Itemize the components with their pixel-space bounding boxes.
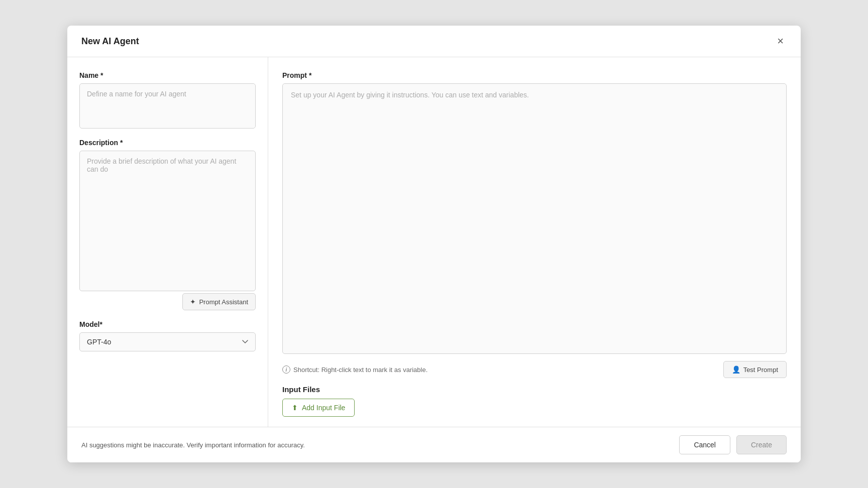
test-prompt-label: Test Prompt bbox=[743, 366, 778, 374]
description-input[interactable] bbox=[79, 151, 256, 291]
left-panel: Name * Description * ✦ Prompt Assistant … bbox=[67, 57, 268, 427]
footer-actions: Cancel Create bbox=[679, 435, 787, 454]
test-prompt-button[interactable]: 👤 Test Prompt bbox=[723, 361, 787, 378]
prompt-label: Prompt * bbox=[282, 71, 787, 79]
hint-text: Shortcut: Right-click text to mark it as… bbox=[293, 366, 427, 374]
right-panel: Prompt * i Shortcut: Right-click text to… bbox=[268, 57, 801, 427]
person-icon: 👤 bbox=[732, 365, 740, 374]
model-select[interactable]: GPT-4o GPT-4 GPT-3.5 Claude 3 bbox=[79, 332, 256, 351]
modal-footer: AI suggestions might be inaccurate. Veri… bbox=[67, 427, 801, 462]
close-button[interactable]: × bbox=[774, 35, 787, 48]
prompt-assistant-label: Prompt Assistant bbox=[199, 298, 248, 306]
modal-title: New AI Agent bbox=[81, 36, 139, 47]
input-files-label: Input Files bbox=[282, 385, 787, 394]
model-field-group: Model* GPT-4o GPT-4 GPT-3.5 Claude 3 bbox=[79, 320, 256, 351]
prompt-field-group: Prompt * bbox=[282, 71, 787, 354]
name-label: Name * bbox=[79, 71, 256, 79]
description-field-group: Description * ✦ Prompt Assistant bbox=[79, 139, 256, 310]
model-label: Model* bbox=[79, 320, 256, 328]
upload-icon: ⬆ bbox=[292, 404, 298, 412]
description-label: Description * bbox=[79, 139, 256, 147]
prompt-assistant-button[interactable]: ✦ Prompt Assistant bbox=[182, 293, 256, 310]
prompt-hint-row: i Shortcut: Right-click text to mark it … bbox=[282, 361, 787, 378]
modal-overlay: New AI Agent × Name * Description * ✦ Pr… bbox=[0, 0, 868, 488]
modal-header: New AI Agent × bbox=[67, 26, 801, 57]
sparkle-icon: ✦ bbox=[190, 298, 196, 306]
prompt-input[interactable] bbox=[282, 83, 787, 354]
cancel-button[interactable]: Cancel bbox=[679, 435, 730, 454]
modal-body: Name * Description * ✦ Prompt Assistant … bbox=[67, 57, 801, 427]
prompt-hint: i Shortcut: Right-click text to mark it … bbox=[282, 365, 427, 374]
info-icon: i bbox=[282, 365, 290, 374]
input-files-section: Input Files ⬆ Add Input File bbox=[282, 385, 787, 417]
name-field-group: Name * bbox=[79, 71, 256, 129]
name-input[interactable] bbox=[79, 83, 256, 129]
modal-dialog: New AI Agent × Name * Description * ✦ Pr… bbox=[67, 26, 801, 462]
add-input-file-button[interactable]: ⬆ Add Input File bbox=[282, 399, 355, 417]
footer-disclaimer: AI suggestions might be inaccurate. Veri… bbox=[81, 441, 305, 449]
create-button[interactable]: Create bbox=[736, 435, 787, 454]
add-input-file-label: Add Input File bbox=[302, 404, 345, 412]
